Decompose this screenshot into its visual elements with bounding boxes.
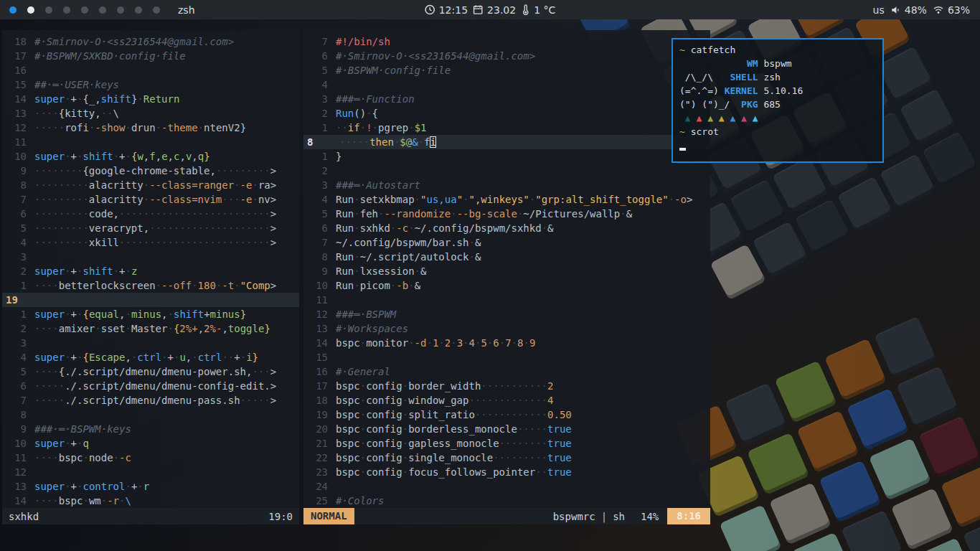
code-line[interactable]: 9Run·lxsession·& xyxy=(303,264,710,278)
code-token: #!/bin/sh xyxy=(336,36,390,47)
code-line[interactable]: 1} xyxy=(303,149,710,164)
code-line[interactable]: 7·····./.script/dmenu/dmenu-pass.sh·····… xyxy=(2,393,299,408)
code-line[interactable]: 2 xyxy=(303,164,710,178)
workspace-dot-2[interactable] xyxy=(27,6,34,14)
floating-terminal-window[interactable]: ~ catfetch WM bspwm /\_/\ SHELL zsh(=^.^… xyxy=(672,38,884,163)
code-line[interactable]: 8Run·~/.script/autolock·& xyxy=(303,250,710,264)
workspace-dot-6[interactable] xyxy=(99,6,106,14)
line-number: 6 xyxy=(2,379,34,393)
code-line[interactable]: 4Run·setxkbmap·"us,ua"·",winkeys"·"grp:a… xyxy=(303,192,710,207)
code-line[interactable]: 2Run()·{ xyxy=(303,106,710,121)
code-line[interactable]: 5····{./.script/dmenu/dmenu-power.sh,···… xyxy=(2,364,299,379)
code-line[interactable]: 1super·+·{equal,·minus,·shift+minus} xyxy=(2,307,299,321)
code-token: + xyxy=(71,309,77,320)
code-line[interactable]: 12 xyxy=(2,465,299,479)
code-line[interactable]: 24 xyxy=(303,479,710,494)
code-line[interactable]: 11····bspc·node·-c xyxy=(2,451,299,465)
code-line[interactable]: 6·········code,·························… xyxy=(2,207,299,221)
code-line[interactable]: 1··if·!·pgrep·$1 xyxy=(303,121,710,135)
code-line[interactable]: 17bspc·config·border_width···········2 xyxy=(303,379,710,393)
code-token: betterlockscreen xyxy=(59,280,156,291)
editor-window-bspwmrc[interactable]: 7#!/bin/sh6#·Smirnov-O·<ss2316544@gmail.… xyxy=(303,30,710,524)
code-line[interactable]: 5#·BSPWM·config·file xyxy=(303,63,710,77)
code-line[interactable]: 7~/.config/bspwm/bar.sh·& xyxy=(303,235,710,250)
code-line[interactable]: 4 xyxy=(303,77,710,92)
code-line[interactable]: 14····bspc·wm·-r·\ xyxy=(2,494,299,508)
code-line[interactable]: 5·········veracrypt,····················… xyxy=(2,221,299,235)
code-line[interactable]: 13#·Workspaces xyxy=(303,321,710,336)
code-token: amixer xyxy=(59,323,95,334)
code-line[interactable]: 8 xyxy=(2,408,299,422)
code-line[interactable]: 18#·Smirnov-O·<ss2316544@gmail.com> xyxy=(2,34,299,49)
code-line[interactable]: 17#·BSPWM/SXKBD·config·file xyxy=(2,49,299,63)
code-line[interactable]: 21bspc·config·gapless_monocle········tru… xyxy=(303,436,710,451)
volume-module[interactable]: 48% xyxy=(890,4,927,16)
code-token: · xyxy=(137,93,143,105)
network-module[interactable]: 63% xyxy=(933,4,970,16)
code-line[interactable]: 2····amixer·sset·Master·{2%+,2%-,toggle} xyxy=(2,321,299,336)
line-text: ····bspc·node·-c xyxy=(34,451,131,465)
line-number: 2 xyxy=(303,164,336,178)
code-line[interactable]: 9###·═·BSPWM·keys xyxy=(2,422,299,436)
line-text: #·Smirnov-O·<ss2316544@gmail.com> xyxy=(34,34,234,49)
code-token: · xyxy=(192,280,197,291)
code-line[interactable]: 4·········xkill·························… xyxy=(2,235,299,250)
code-line[interactable]: 14super·+·{_,shift}·Return xyxy=(2,92,299,106)
cursor-line[interactable]: 19 xyxy=(2,293,299,307)
code-line[interactable]: 4super·+·{Escape,·ctrl·+·u,·ctrl··+·i} xyxy=(2,350,299,364)
code-line[interactable]: 18bspc·config·window_gap·············4 xyxy=(303,393,710,408)
code-line[interactable]: 1····betterlockscreen·--off·180·-t·"Comp… xyxy=(2,278,299,293)
editor-window-sxhkd[interactable]: 18#·Smirnov-O·<ss2316544@gmail.com>17#·B… xyxy=(2,30,299,524)
code-line[interactable]: 7#!/bin/sh xyxy=(303,34,710,49)
code-token: · xyxy=(83,495,88,507)
code-line[interactable]: 14bspc·monitor·-d·1·2·3·4·5·6·7·8·9 xyxy=(303,336,710,350)
code-line[interactable]: 10super·+·q xyxy=(2,436,299,451)
code-line[interactable]: 3 xyxy=(2,250,299,264)
code-line[interactable]: 19bspc·config·split_ratio············0.5… xyxy=(303,408,710,422)
line-number: 14 xyxy=(2,92,34,106)
code-token: ····· xyxy=(240,395,270,406)
code-line[interactable]: 25#·Colors xyxy=(303,494,710,508)
workspace-dot-9[interactable] xyxy=(153,6,160,14)
code-line[interactable]: 16#·General xyxy=(303,364,710,379)
keyboard-layout-module[interactable]: us xyxy=(873,4,885,16)
code-line[interactable]: 6·····./.script/dmenu/dmenu-config-edit.… xyxy=(2,379,299,393)
code-line[interactable]: 10super·+·shift·+·{w,f,e,c,v,q} xyxy=(2,149,299,164)
workspace-dot-5[interactable] xyxy=(81,6,88,14)
code-line[interactable]: 12·····rofi·-show·drun·-theme·ntenV2} xyxy=(2,121,299,135)
code-area-sxhkd[interactable]: 18#·Smirnov-O·<ss2316544@gmail.com>17#·B… xyxy=(2,30,299,508)
code-line[interactable]: 23bspc·config·focus_follows_pointer··tru… xyxy=(303,465,710,479)
code-area-bspwmrc[interactable]: 7#!/bin/sh6#·Smirnov-O·<ss2316544@gmail.… xyxy=(303,30,710,508)
code-line[interactable]: 9········{google-chrome-stable,·········… xyxy=(2,164,299,178)
cursor-line[interactable]: 8·····then·$@&·fi xyxy=(303,135,710,149)
workspace-dot-7[interactable] xyxy=(117,6,124,14)
code-line[interactable]: 8·········alacritty·--class=ranger·-e·ra… xyxy=(2,178,299,192)
code-line[interactable]: 13····{kitty,··\ xyxy=(2,106,299,121)
code-line[interactable]: 20bspc·config·borderless_monocle·····tru… xyxy=(303,422,710,436)
code-token: · xyxy=(354,194,359,205)
workspace-dot-4[interactable] xyxy=(63,6,70,14)
workspace-dot-1[interactable] xyxy=(9,6,17,14)
workspace-dot-8[interactable] xyxy=(135,6,142,14)
code-line[interactable]: 11 xyxy=(2,135,299,149)
code-line[interactable]: 10Run·picom·-b·& xyxy=(303,278,710,293)
code-line[interactable]: 3###═·Function xyxy=(303,92,710,106)
code-line[interactable]: 15 xyxy=(303,350,710,364)
code-line[interactable]: 6Run·sxhkd·-c·~/.config/bspwm/sxhkd·& xyxy=(303,221,710,235)
code-line[interactable]: 15##·═·USER·keys xyxy=(2,77,299,92)
line-text: ###═·BSPWM xyxy=(336,307,396,321)
workspace-dot-3[interactable] xyxy=(45,6,52,14)
code-line[interactable]: 13super·+·control·+·r xyxy=(2,479,299,494)
code-line[interactable]: 16 xyxy=(2,63,299,77)
code-line[interactable]: 3 xyxy=(2,336,299,350)
code-line[interactable]: 3###═·Autostart xyxy=(303,178,710,192)
code-token: -r xyxy=(107,495,119,507)
code-line[interactable]: 22bspc·config·single_monocle·········tru… xyxy=(303,451,710,465)
code-token: > xyxy=(270,165,276,176)
code-line[interactable]: 7·········alacritty·--class=nvim···-e·nv… xyxy=(2,192,299,207)
code-line[interactable]: 6#·Smirnov-O·<ss2316544@gmail.com> xyxy=(303,49,710,63)
code-line[interactable]: 11 xyxy=(303,293,710,307)
code-line[interactable]: 12###═·BSPWM xyxy=(303,307,710,321)
code-line[interactable]: 2super·+·shift·+·z xyxy=(2,264,299,278)
code-line[interactable]: 5Run·feh·--randomize·--bg-scale·~/Pictur… xyxy=(303,207,710,221)
